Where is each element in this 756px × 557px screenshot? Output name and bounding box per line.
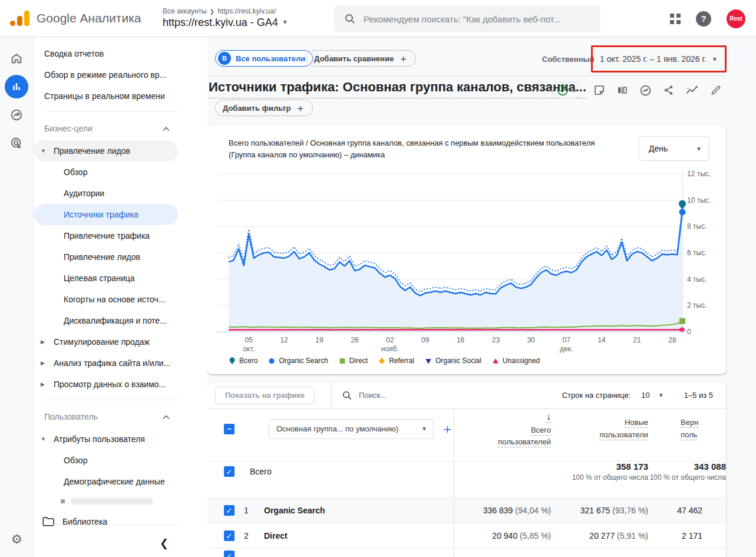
home-icon[interactable] [5,47,28,70]
row-checkbox[interactable] [224,505,235,516]
sidebar-item-realtime-pages[interactable]: Страницы в реальном времени [34,85,178,107]
report-nav-sidebar: Сводка отчетов Обзор в режиме реального … [34,37,207,557]
sidebar-item-landing-page[interactable]: Целевая страница [34,268,178,289]
legend-item[interactable]: Referral [378,357,414,365]
search-placeholder: Рекомендуем поискать: "Как добавить веб-… [364,14,560,24]
table-column-divider [454,409,454,557]
row-checkbox[interactable] [224,466,235,477]
svg-text:26: 26 [351,336,359,344]
select-all-checkbox[interactable] [224,424,235,434]
svg-text:6 тыс.: 6 тыс. [687,249,707,257]
column-header-total-users[interactable]: ↓ Всего пользователей [454,409,551,449]
legend-item[interactable]: Unassigned [492,357,540,365]
sidebar-item-demographics[interactable]: Демографические данные [34,471,178,492]
svg-text:12 тыс.: 12 тыс. [687,170,711,178]
sidebar-item-report-snapshot[interactable]: Сводка отчетов [34,43,178,64]
breadcrumb-account-url[interactable]: https://rest.kyiv.ua/ [217,7,276,16]
sidebar-item-traffic-acquisition[interactable]: Привлечение трафика [34,225,178,246]
share-icon[interactable] [663,84,675,96]
apps-grid-icon[interactable] [670,14,681,24]
date-preset-label: Собственный [542,55,595,64]
sidebar-item-overview[interactable]: Обзор [34,162,178,183]
show-on-chart-button[interactable]: Показать на графике [215,387,315,404]
notes-icon[interactable] [593,84,605,96]
ga-logo[interactable]: Google Аналитика [0,9,154,27]
dimension-select[interactable]: Основная группа... по умолчанию) ▼ [269,419,434,439]
page-title: Источники трафика: Основная группа канал… [209,80,586,98]
rows-caret-icon: ▼ [658,392,664,398]
granularity-select[interactable]: День ▼ [639,136,709,161]
add-filter-button[interactable]: Добавить фильтр ＋ [215,100,313,116]
traffic-chart-svg[interactable]: 12 тыс.10 тыс.8 тыс.6 тыс.4 тыс.2 тыс.0✱… [207,166,726,355]
advertising-icon[interactable] [5,131,28,155]
svg-text:19: 19 [315,336,323,344]
legend-item[interactable]: Organic Search [268,357,328,365]
sidebar-divider [44,111,178,112]
column-header-new-users[interactable]: Новые пользователи [551,417,648,441]
controls-divider [331,382,332,409]
rows-per-page-select[interactable]: 10 ▼ [641,391,663,400]
sidebar-item-disqualification[interactable]: Дисквалификация и поте... [34,310,178,331]
top-header: Google Аналитика Все аккаунты ❯ https://… [0,0,756,37]
legend-item[interactable]: Direct [339,357,368,365]
row-checkbox[interactable] [224,551,235,557]
sidebar-section-user[interactable]: Пользователь [34,405,178,429]
segment-chip-all-users[interactable]: B Все пользователи [215,50,313,67]
legend-item[interactable]: Organic Social [425,357,481,365]
totals-label: Всего [240,467,454,476]
collapse-sidebar-button[interactable]: ❮ [34,530,207,557]
legend-label: Referral [389,357,414,365]
collapse-arrow-icon: ❮ [160,537,169,550]
admin-gear-icon[interactable]: ⚙ [0,532,34,546]
table-row[interactable]: 1 Organic Search 336 839 (94,04 %) 321 6… [207,497,726,523]
avatar[interactable]: Rest [727,9,745,28]
svg-text:8 тыс.: 8 тыс. [687,222,707,230]
collapse-chevron-icon [163,415,170,420]
property-name[interactable]: https://rest.kyiv.ua - GA4 [163,16,278,29]
column-header-returning-users[interactable]: Верн поль [648,417,726,441]
sidebar-group-traffic-analysis[interactable]: ▶ Анализ трафика сайта и/или... [34,352,178,374]
add-comparison-button[interactable]: Добавить сравнение ＋ [306,50,416,67]
sidebar-group-user-attributes[interactable]: ▼ Атрибуты пользователя [34,429,178,450]
dimension-caret-icon: ▼ [421,426,427,432]
help-icon[interactable]: ? [696,11,711,27]
sidebar-item-realtime-overview[interactable]: Обзор в режиме реального вр... [34,64,178,85]
granularity-caret-icon: ▼ [696,146,702,152]
svg-text:02: 02 [386,336,394,344]
rows-per-page-label: Строк на странице: [562,391,631,400]
svg-text:21: 21 [633,336,641,344]
sidebar-item-user-overview[interactable]: Обзор [34,450,178,471]
edit-pencil-icon[interactable] [710,84,722,96]
plus-icon: ＋ [295,101,305,115]
pagination-status: 1–5 из 5 [684,391,713,400]
date-range-picker[interactable]: 1 окт. 2025 г. – 1 янв. 2026 г. ▼ [594,48,724,70]
insights-icon[interactable] [639,84,652,97]
sidebar-item-audiences[interactable]: Аудитории [34,183,178,204]
sidebar-group-lead-generation[interactable]: ▼ Привлечение лидов [34,140,178,162]
sidebar-item-traffic-sources[interactable]: Источники трафика [34,204,178,225]
comparison-icon[interactable] [616,84,628,96]
legend-item[interactable]: Всего [229,357,257,365]
sidebar-item-lead-acquisition[interactable]: Привлечение лидов [34,246,178,268]
reports-icon[interactable] [5,75,28,98]
table-header-row: Основная группа... по умолчанию) ▼ ＋ ↓ В… [207,409,726,447]
table-row-partial[interactable] [207,548,726,557]
table-search-input[interactable]: Поиск... [342,391,562,400]
account-property-switcher[interactable]: Все аккаунты ❯ https://rest.kyiv.ua/ htt… [163,7,288,29]
sidebar-group-engagement-data[interactable]: ▶ Просмотр данных о взаимо... [34,374,178,395]
svg-text:12: 12 [280,336,288,344]
trend-chart-card: Всего пользователей / Основная группа ка… [207,126,726,374]
explore-icon[interactable] [5,103,28,127]
diamond-marker-icon [378,357,385,365]
sidebar-section-business-goals[interactable]: Бизнес-цели [34,117,178,140]
svg-text:09: 09 [421,336,430,344]
sidebar-group-drive-sales[interactable]: ▶ Стимулирование продаж [34,331,178,352]
sidebar-item-cohorts[interactable]: Когорты на основе источ... [34,289,178,310]
global-search-input[interactable]: Рекомендуем поискать: "Как добавить веб-… [334,5,600,32]
sparkline-insights-icon[interactable] [686,84,699,96]
data-quality-button[interactable]: ▼ [552,82,582,98]
table-row[interactable]: 2 Direct 20 940 (5,85 %) 20 277 (5,91 %)… [207,523,726,548]
row-checkbox[interactable] [224,530,235,541]
breadcrumb-all-accounts[interactable]: Все аккаунты [163,7,207,16]
add-dimension-button[interactable]: ＋ [441,420,454,438]
